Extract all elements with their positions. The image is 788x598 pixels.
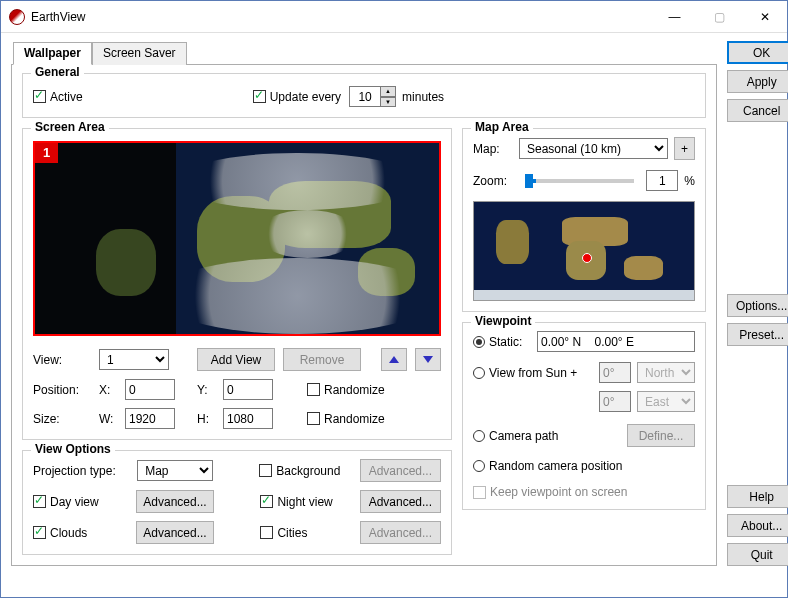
h-input[interactable] [223, 408, 273, 429]
minimap[interactable] [473, 201, 695, 301]
randomize-size-label: Randomize [324, 412, 385, 426]
clouds-label: Clouds [50, 526, 87, 540]
tab-screensaver[interactable]: Screen Saver [92, 42, 187, 65]
minutes-label: minutes [402, 90, 444, 104]
checkbox-icon [307, 383, 320, 396]
w-label: W: [99, 412, 117, 426]
cancel-button[interactable]: Cancel [727, 99, 788, 122]
update-minutes-input[interactable] [349, 86, 381, 107]
radio-icon [473, 430, 485, 442]
x-label: X: [99, 383, 117, 397]
general-legend: General [31, 65, 84, 79]
view-options-legend: View Options [31, 442, 115, 456]
dayview-advanced-button[interactable]: Advanced... [136, 490, 214, 513]
clouds-advanced-button[interactable]: Advanced... [136, 521, 214, 544]
view-label: View: [33, 353, 91, 367]
w-input[interactable] [125, 408, 175, 429]
cities-label: Cities [277, 526, 307, 540]
move-down-button[interactable] [415, 348, 441, 371]
nightview-checkbox[interactable]: Night view [260, 495, 351, 509]
help-button[interactable]: Help [727, 485, 788, 508]
sun-ew-select: East [637, 391, 695, 412]
screen-preview[interactable]: 1 [33, 141, 441, 336]
background-checkbox[interactable]: Background [259, 464, 351, 478]
window-title: EarthView [31, 10, 85, 24]
sun-radio[interactable]: View from Sun + [473, 366, 577, 380]
dayview-checkbox[interactable]: Day view [33, 495, 128, 509]
y-label: Y: [197, 383, 215, 397]
update-every-checkbox[interactable]: Update every [253, 90, 341, 104]
dayview-label: Day view [50, 495, 99, 509]
static-coords-input[interactable] [537, 331, 695, 352]
map-label: Map: [473, 142, 513, 156]
projection-select[interactable]: Map [137, 460, 212, 481]
size-label: Size: [33, 412, 91, 426]
checkbox-icon [260, 495, 273, 508]
about-button[interactable]: About... [727, 514, 788, 537]
move-up-button[interactable] [381, 348, 407, 371]
checkbox-icon [473, 486, 486, 499]
maximize-button[interactable]: ▢ [697, 2, 742, 32]
y-input[interactable] [223, 379, 273, 400]
h-label: H: [197, 412, 215, 426]
view-select[interactable]: 1 [99, 349, 169, 370]
active-label: Active [50, 90, 83, 104]
active-checkbox[interactable]: Active [33, 90, 83, 104]
map-area-legend: Map Area [471, 120, 533, 134]
static-radio[interactable]: Static: [473, 335, 531, 349]
checkbox-icon [33, 495, 46, 508]
update-every-label: Update every [270, 90, 341, 104]
percent-label: % [684, 174, 695, 188]
checkbox-icon [253, 90, 266, 103]
radio-icon [473, 367, 485, 379]
map-pin-icon [582, 253, 592, 263]
nightview-label: Night view [277, 495, 332, 509]
zoom-input[interactable] [646, 170, 678, 191]
preset-button[interactable]: Preset... [727, 323, 788, 346]
checkbox-icon [33, 90, 46, 103]
apply-button[interactable]: Apply [727, 70, 788, 93]
viewpoint-legend: Viewpoint [471, 314, 535, 328]
static-label: Static: [489, 335, 522, 349]
projection-label: Projection type: [33, 464, 129, 478]
cities-advanced-button[interactable]: Advanced... [360, 521, 441, 544]
nightview-advanced-button[interactable]: Advanced... [360, 490, 441, 513]
tab-wallpaper[interactable]: Wallpaper [13, 42, 92, 65]
map-add-button[interactable]: + [674, 137, 695, 160]
sun-deg-ew-input [599, 391, 631, 412]
zoom-label: Zoom: [473, 174, 513, 188]
clouds-checkbox[interactable]: Clouds [33, 526, 128, 540]
camera-path-radio[interactable]: Camera path [473, 429, 558, 443]
checkbox-icon [307, 412, 320, 425]
randomize-pos-label: Randomize [324, 383, 385, 397]
quit-button[interactable]: Quit [727, 543, 788, 566]
keep-viewpoint-checkbox[interactable]: Keep viewpoint on screen [473, 485, 627, 499]
sun-label: View from Sun + [489, 366, 577, 380]
close-button[interactable]: ✕ [742, 2, 787, 32]
zoom-slider[interactable] [525, 179, 634, 183]
camera-path-label: Camera path [489, 429, 558, 443]
sun-ns-select: North [637, 362, 695, 383]
background-advanced-button[interactable]: Advanced... [360, 459, 441, 482]
cities-checkbox[interactable]: Cities [260, 526, 351, 540]
chevron-up-icon [389, 356, 399, 363]
radio-icon [473, 336, 485, 348]
chevron-down-icon [423, 356, 433, 363]
add-view-button[interactable]: Add View [197, 348, 275, 371]
minimize-button[interactable]: — [652, 2, 697, 32]
random-camera-radio[interactable]: Random camera position [473, 459, 622, 473]
options-button[interactable]: Options... [727, 294, 788, 317]
checkbox-icon [259, 464, 272, 477]
update-minutes-spinner[interactable]: ▲▼ [381, 86, 396, 107]
radio-icon [473, 460, 485, 472]
ok-button[interactable]: OK [727, 41, 788, 64]
position-label: Position: [33, 383, 91, 397]
remove-view-button[interactable]: Remove [283, 348, 361, 371]
screen-number-badge: 1 [35, 143, 58, 163]
random-camera-label: Random camera position [489, 459, 622, 473]
define-button[interactable]: Define... [627, 424, 695, 447]
map-select[interactable]: Seasonal (10 km) [519, 138, 668, 159]
x-input[interactable] [125, 379, 175, 400]
randomize-pos-checkbox[interactable]: Randomize [307, 383, 385, 397]
randomize-size-checkbox[interactable]: Randomize [307, 412, 385, 426]
